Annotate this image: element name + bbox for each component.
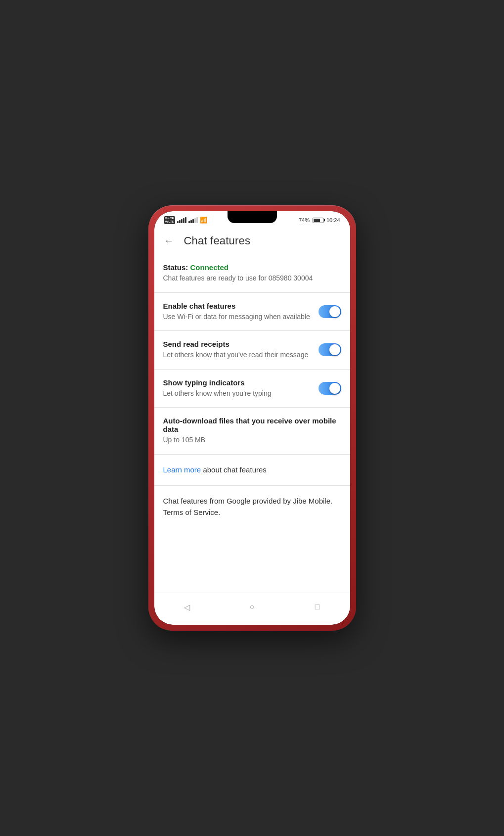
- content-area: Status: Connected Chat features are read…: [154, 254, 350, 593]
- status-description: Chat features are ready to use for 08598…: [163, 274, 341, 283]
- bar6: [188, 221, 190, 223]
- bar4: [183, 218, 184, 223]
- bar3: [181, 219, 183, 223]
- enable-chat-desc: Use Wi-Fi or data for messaging when ava…: [163, 312, 311, 322]
- auto-download-title: Auto-download files that you receive ove…: [163, 417, 341, 433]
- navigation-bar: ◁ ○ □: [154, 593, 350, 625]
- learn-more-section: Learn more about chat features: [154, 455, 350, 486]
- phone-inner: VoLTEVoLTE 📶: [154, 211, 350, 625]
- bar10: [196, 217, 198, 223]
- toggle-track-3: [319, 382, 341, 395]
- auto-download-section[interactable]: Auto-download files that you receive ove…: [154, 408, 350, 455]
- learn-more-rest: about chat features: [201, 465, 267, 474]
- toggle-thumb-1: [329, 306, 340, 317]
- typing-indicators-toggle[interactable]: [319, 382, 341, 395]
- enable-chat-title: Enable chat features: [163, 302, 311, 310]
- read-receipts-title: Send read receipts: [163, 340, 311, 348]
- typing-indicators-row: Show typing indicators Let others know w…: [154, 370, 350, 408]
- enable-chat-row: Enable chat features Use Wi-Fi or data f…: [154, 293, 350, 331]
- clock: 10:24: [326, 217, 340, 223]
- typing-indicators-title: Show typing indicators: [163, 378, 311, 387]
- toggle-thumb-2: [329, 344, 340, 355]
- battery-fill: [314, 219, 320, 222]
- back-nav-icon: ◁: [184, 603, 190, 612]
- bar7: [190, 220, 192, 223]
- notch: [228, 211, 277, 223]
- toggle-track-2: [319, 343, 341, 356]
- recents-nav-icon: □: [315, 603, 320, 611]
- battery-icon: [313, 218, 323, 223]
- bar5: [185, 217, 186, 223]
- status-label: Status:: [163, 263, 190, 272]
- bar1: [177, 221, 179, 223]
- app-bar: ← Chat features: [154, 227, 350, 254]
- toggle-track-1: [319, 305, 341, 318]
- back-button[interactable]: ←: [162, 233, 176, 248]
- bar9: [194, 218, 196, 223]
- learn-more-link[interactable]: Learn more: [163, 465, 201, 474]
- toggle-thumb-3: [329, 383, 340, 394]
- signal-bars-1: [177, 217, 186, 223]
- terms-section: Chat features from Google provided by Ji…: [154, 486, 350, 528]
- nav-back-button[interactable]: ◁: [178, 598, 196, 616]
- home-nav-icon: ○: [250, 603, 255, 611]
- status-right: 74% 10:24: [299, 217, 340, 223]
- status-section: Status: Connected Chat features are read…: [154, 254, 350, 293]
- bar2: [179, 220, 181, 223]
- status-connected: Connected: [190, 263, 229, 272]
- enable-chat-toggle[interactable]: [319, 305, 341, 318]
- read-receipts-desc: Let others know that you've read their m…: [163, 350, 311, 360]
- phone-frame: VoLTEVoLTE 📶: [148, 205, 356, 631]
- auto-download-desc: Up to 105 MB: [163, 435, 341, 445]
- volte-badge: VoLTEVoLTE: [164, 216, 175, 224]
- read-receipts-row: Send read receipts Let others know that …: [154, 331, 350, 370]
- nav-recents-button[interactable]: □: [309, 598, 326, 616]
- screen: VoLTEVoLTE 📶: [154, 211, 350, 625]
- status-left: VoLTEVoLTE 📶: [164, 216, 207, 224]
- learn-more-text: Learn more about chat features: [163, 465, 267, 474]
- status-title: Status: Connected: [163, 263, 341, 272]
- terms-text: Chat features from Google provided by Ji…: [163, 496, 341, 518]
- battery-percent: 74%: [299, 217, 310, 223]
- wifi-icon: 📶: [200, 217, 207, 224]
- page-title: Chat features: [184, 234, 251, 247]
- typing-indicators-desc: Let others know when you're typing: [163, 389, 311, 399]
- typing-indicators-text: Show typing indicators Let others know w…: [163, 378, 319, 399]
- battery-container: [313, 218, 323, 223]
- enable-chat-text: Enable chat features Use Wi-Fi or data f…: [163, 302, 319, 322]
- read-receipts-toggle[interactable]: [319, 343, 341, 356]
- bar8: [192, 219, 194, 223]
- nav-home-button[interactable]: ○: [243, 598, 261, 616]
- read-receipts-text: Send read receipts Let others know that …: [163, 340, 319, 360]
- signal-bars-2: [188, 217, 198, 223]
